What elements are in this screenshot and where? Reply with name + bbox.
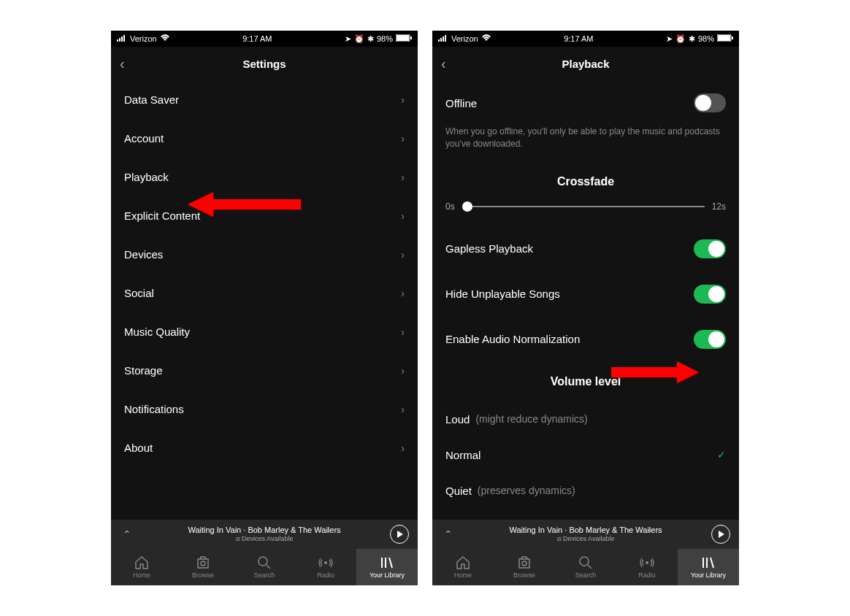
svg-rect-22: [732, 36, 733, 39]
svg-point-12: [324, 561, 327, 564]
hide-unplayable-toggle-row[interactable]: Hide Unplayable Songs: [432, 272, 739, 317]
chevron-up-icon[interactable]: ⌃: [123, 528, 131, 540]
svg-point-26: [580, 557, 589, 566]
home-icon: [456, 555, 470, 570]
crossfade-slider[interactable]: 0s 12s: [432, 201, 739, 226]
status-bar: Verizon 9:17 AM ➤ ⏰ ✱ 98%: [432, 31, 739, 47]
status-time: 9:17 AM: [242, 34, 272, 43]
setting-label: Devices: [124, 248, 163, 261]
volume-quiet-hint: (preserves dynamics): [478, 485, 575, 496]
playback-settings[interactable]: Offline When you go offline, you'll only…: [432, 80, 739, 520]
setting-item-account[interactable]: Account ›: [111, 119, 418, 158]
library-icon: [380, 555, 394, 570]
now-playing-bar[interactable]: ⌃ Waiting In Vain · Bob Marley & The Wai…: [432, 520, 739, 549]
setting-item-notifications[interactable]: Notifications ›: [111, 390, 418, 428]
chevron-up-icon[interactable]: ⌃: [444, 528, 453, 540]
play-button[interactable]: [390, 525, 409, 544]
svg-line-27: [588, 565, 591, 569]
alarm-icon: ⏰: [354, 34, 364, 44]
play-button[interactable]: [711, 525, 730, 544]
checkmark-icon: ✓: [717, 449, 726, 461]
svg-rect-18: [443, 36, 444, 42]
chevron-right-icon: ›: [401, 133, 405, 145]
normalization-toggle-row[interactable]: Enable Audio Normalization: [432, 317, 739, 362]
devices-available[interactable]: ⧈ Devices Available: [509, 535, 662, 543]
volume-quiet[interactable]: Quiet (preserves dynamics): [432, 473, 739, 509]
svg-rect-2: [121, 36, 123, 42]
svg-point-25: [522, 561, 527, 566]
tab-bar: Home Browse Search Radio Your Library: [111, 549, 418, 585]
chevron-right-icon: ›: [401, 210, 405, 222]
battery-icon: [717, 34, 733, 43]
status-time: 9:17 AM: [564, 34, 593, 43]
header: ‹ Playback: [432, 47, 739, 80]
setting-item-music-quality[interactable]: Music Quality ›: [111, 312, 418, 351]
devices-available[interactable]: ⧈ Devices Available: [188, 535, 340, 543]
hide-unplayable-toggle[interactable]: [694, 285, 726, 304]
tab-browse[interactable]: Browse: [494, 549, 555, 585]
volume-level-title: Volume level: [432, 362, 739, 401]
svg-rect-3: [123, 35, 125, 42]
setting-item-storage[interactable]: Storage ›: [111, 351, 418, 390]
back-button[interactable]: ‹: [441, 55, 446, 72]
svg-point-9: [201, 561, 205, 566]
setting-item-devices[interactable]: Devices ›: [111, 235, 418, 274]
header: ‹ Settings: [111, 47, 418, 80]
battery-percent: 98%: [377, 34, 393, 43]
setting-item-playback[interactable]: Playback ›: [111, 158, 418, 196]
now-playing-track: Waiting In Vain · Bob Marley & The Waile…: [188, 525, 340, 535]
chevron-right-icon: ›: [401, 442, 405, 454]
tab-home[interactable]: Home: [111, 549, 172, 585]
gapless-toggle-row[interactable]: Gapless Playback: [432, 226, 739, 272]
volume-quiet-label: Quiet: [445, 485, 472, 497]
tab-your-library[interactable]: Your Library: [678, 549, 739, 585]
phone-screen-playback: Verizon 9:17 AM ➤ ⏰ ✱ 98% ‹ Playback Off…: [432, 31, 739, 585]
setting-item-explicit[interactable]: Explicit Content ›: [111, 196, 418, 235]
tab-radio[interactable]: Radio: [616, 549, 678, 585]
svg-rect-6: [410, 36, 412, 39]
slider-track[interactable]: [462, 206, 705, 207]
chevron-right-icon: ›: [401, 288, 405, 299]
back-button[interactable]: ‹: [120, 55, 125, 72]
wifi-icon: [160, 34, 170, 43]
setting-item-data-saver[interactable]: Data Saver ›: [111, 80, 418, 119]
normalization-toggle[interactable]: [694, 330, 726, 349]
tab-bar: Home Browse Search Radio Your Library: [432, 549, 739, 585]
offline-description: When you go offline, you'll only be able…: [432, 126, 739, 162]
svg-rect-17: [440, 38, 442, 42]
svg-point-10: [259, 557, 267, 566]
setting-item-social[interactable]: Social ›: [111, 274, 418, 312]
svg-rect-16: [438, 39, 440, 42]
now-playing-bar[interactable]: ⌃ Waiting In Vain · Bob Marley & The Wai…: [111, 520, 418, 549]
tab-search[interactable]: Search: [234, 549, 295, 585]
chevron-right-icon: ›: [401, 404, 405, 415]
page-title: Playback: [562, 58, 609, 70]
volume-loud[interactable]: Loud (might reduce dynamics): [432, 401, 739, 437]
slider-thumb[interactable]: [462, 201, 472, 212]
location-icon: ➤: [345, 34, 351, 44]
tab-your-library[interactable]: Your Library: [356, 549, 418, 585]
tab-radio[interactable]: Radio: [295, 549, 356, 585]
tab-home[interactable]: Home: [432, 549, 494, 585]
phone-screen-settings: Verizon 9:17 AM ➤ ⏰ ✱ 98% ‹ Settings Dat…: [111, 31, 418, 585]
bluetooth-icon: ✱: [367, 34, 374, 44]
volume-normal[interactable]: Normal ✓: [432, 437, 739, 473]
settings-list[interactable]: Data Saver › Account › Playback › Explic…: [111, 80, 418, 520]
battery-icon: [396, 34, 412, 43]
gapless-toggle[interactable]: [694, 239, 726, 258]
offline-toggle-row[interactable]: Offline: [432, 80, 739, 126]
slider-max-label: 12s: [712, 201, 726, 212]
svg-rect-21: [718, 35, 730, 41]
bluetooth-icon: ✱: [689, 34, 695, 44]
tab-browse[interactable]: Browse: [172, 549, 234, 585]
setting-label: About: [124, 442, 153, 454]
tab-search[interactable]: Search: [555, 549, 616, 585]
setting-item-about[interactable]: About ›: [111, 428, 418, 467]
chevron-right-icon: ›: [401, 94, 405, 106]
gapless-label: Gapless Playback: [445, 242, 533, 255]
search-icon: [258, 555, 271, 570]
volume-loud-hint: (might reduce dynamics): [475, 413, 587, 425]
offline-toggle[interactable]: [694, 93, 726, 112]
hide-unplayable-label: Hide Unplayable Songs: [445, 288, 560, 300]
normalization-label: Enable Audio Normalization: [445, 333, 580, 345]
